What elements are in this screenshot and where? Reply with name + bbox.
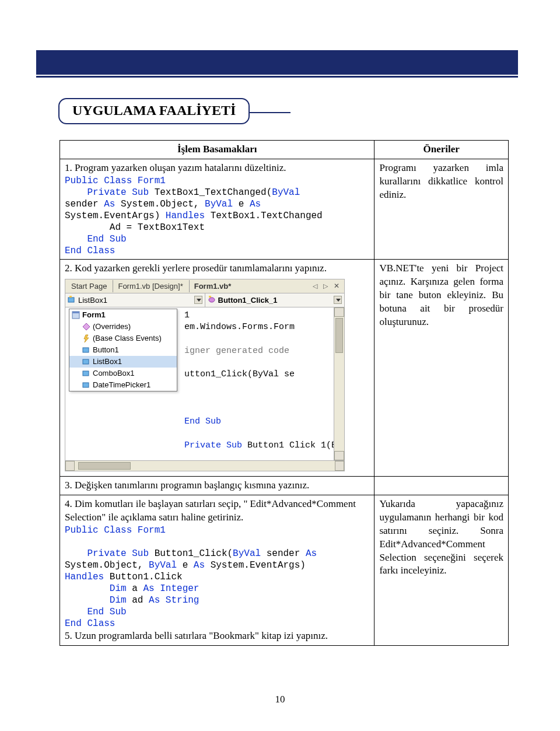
svg-rect-10	[83, 371, 89, 376]
section-title: UYGULAMA FAALİYETİ	[58, 98, 250, 124]
svg-rect-0	[68, 298, 74, 302]
ide-dropdowns: ListBox1 Button1_Click_1	[65, 293, 344, 307]
table-row: 4. Dim komutları ile başlayan satırları …	[60, 495, 509, 645]
svg-point-2	[209, 298, 215, 302]
list-item[interactable]: ComboBox1	[69, 368, 177, 379]
form-icon	[72, 311, 80, 319]
step-text: 4. Dim komutları ile başlayan satırları …	[65, 498, 369, 524]
chevron-down-icon[interactable]	[334, 296, 342, 304]
class-icon	[68, 296, 76, 304]
svg-rect-5	[72, 312, 79, 313]
advice-cell: Yukarıda yapacağınız uygulamanın herhang…	[374, 495, 509, 645]
ide-tabs: Start Page Form1.vb [Design]* Form1.vb* …	[65, 279, 344, 293]
header-advice: Öneriler	[374, 141, 509, 159]
svg-rect-11	[83, 383, 89, 387]
control-icon	[82, 358, 90, 366]
section-title-wrap: UYGULAMA FAALİYETİ	[58, 98, 290, 124]
svg-marker-6	[83, 323, 90, 330]
override-icon	[82, 323, 90, 331]
header-banner	[36, 50, 518, 75]
tab-nav-left-icon[interactable]: ◁	[312, 282, 318, 291]
table-row: 2. Kod yazarken gerekli yerlere prosedür…	[60, 259, 509, 476]
page-number: 10	[0, 694, 560, 705]
method-dropdown-label: Button1_Click_1	[218, 295, 278, 306]
horizontal-scrollbar[interactable]	[65, 460, 344, 471]
tab-start-page[interactable]: Start Page	[69, 280, 109, 293]
advice-cell	[374, 476, 509, 495]
list-item[interactable]: Form1	[69, 309, 177, 321]
method-dropdown[interactable]: Button1_Click_1	[205, 293, 345, 307]
svg-rect-8	[83, 348, 89, 352]
svg-rect-9	[83, 359, 89, 364]
control-icon	[82, 381, 90, 389]
list-item[interactable]: DateTimePicker1	[69, 379, 177, 391]
step-text: 5. Uzun programlarda belli satırlara "Bo…	[65, 629, 369, 643]
ide-screenshot: Start Page Form1.vb [Design]* Form1.vb* …	[65, 279, 345, 471]
tab-close-icon[interactable]: ✕	[332, 281, 341, 291]
list-item[interactable]: (Overrides)	[69, 321, 177, 333]
intellisense-popup[interactable]: Form1 (Overrides) (Base Class Events)	[69, 309, 177, 391]
tab-nav-right-icon[interactable]: ▷	[322, 282, 329, 291]
svg-rect-3	[209, 296, 211, 298]
svg-marker-7	[84, 335, 89, 342]
tab-design[interactable]: Form1.vb [Design]*	[113, 280, 185, 293]
header-steps: İşlem Basamakları	[60, 141, 374, 159]
method-icon	[208, 296, 216, 304]
vertical-scrollbar[interactable]	[334, 307, 344, 460]
advice-cell: VB.NET'te yeni bir Project açınız. Karşı…	[374, 259, 509, 476]
list-item-selected[interactable]: ListBox1	[69, 356, 177, 368]
steps-table: İşlem Basamakları Öneriler 1. Program ya…	[60, 140, 509, 646]
code-block: Public Class Form1 Private Sub Button1_C…	[65, 524, 369, 629]
code-block: Public Class Form1 Private Sub TextBox1_…	[65, 175, 369, 257]
step-text: 1. Program yazarken oluşan yazım hatalar…	[65, 162, 369, 175]
step-text: 3. Değişken tanımlarını programın başlan…	[60, 476, 374, 495]
chevron-down-icon[interactable]	[194, 296, 202, 304]
tab-code[interactable]: Form1.vb*	[189, 280, 234, 293]
control-icon	[82, 346, 90, 354]
table-row: 3. Değişken tanımlarını programın başlan…	[60, 476, 509, 495]
object-dropdown-label: ListBox1	[78, 295, 107, 306]
list-item[interactable]: (Base Class Events)	[69, 333, 177, 344]
object-dropdown[interactable]: ListBox1	[65, 293, 205, 307]
event-icon	[82, 334, 90, 342]
table-row: 1. Program yazarken oluşan yazım hatalar…	[60, 159, 509, 259]
step-text: 2. Kod yazarken gerekli yerlere prosedür…	[65, 262, 369, 275]
list-item[interactable]: Button1	[69, 344, 177, 356]
title-tail-line	[249, 112, 290, 113]
code-editor[interactable]: 1 em.Windows.Forms.Form igner generated …	[180, 307, 344, 460]
advice-cell: Programı yazarken imla kurallarını dikka…	[374, 159, 509, 259]
control-icon	[82, 369, 90, 377]
svg-rect-1	[69, 296, 72, 298]
